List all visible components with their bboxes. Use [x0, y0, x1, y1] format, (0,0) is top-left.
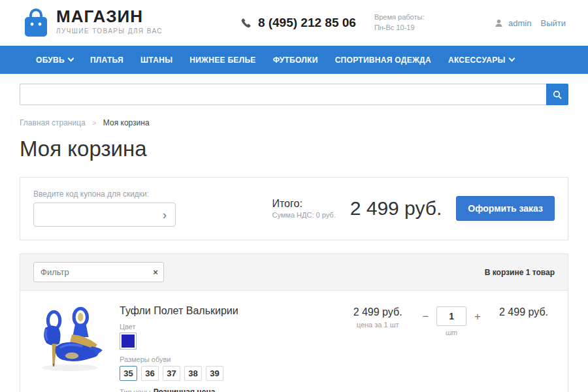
phone-block: 8 (495) 212 85 06	[241, 16, 356, 30]
size-option[interactable]: 38	[184, 366, 202, 381]
sizes-row: 35 36 37 38 39	[120, 366, 345, 381]
search-button[interactable]	[546, 84, 568, 105]
product-image[interactable]	[33, 301, 106, 374]
nav-item-shoes[interactable]: ОБУВЬ	[27, 46, 82, 74]
page-title: Моя корзина	[20, 137, 568, 161]
account-block: admin Выйти	[495, 18, 566, 28]
nav-item-pants[interactable]: ШТАНЫ	[132, 46, 181, 74]
main-nav: ОБУВЬ ПЛАТЬЯ ШТАНЫ НИЖНЕЕ БЕЛЬЕ ФУТБОЛКИ…	[0, 46, 588, 74]
quantity-stepper: − + шт	[422, 306, 481, 336]
sizes-label: Размеры обуви	[120, 355, 345, 363]
shopping-bag-icon	[22, 8, 50, 38]
coupon-totals-panel: Введите код купона для скидки: › Итого: …	[20, 177, 568, 240]
totals-label: Итого:	[272, 198, 335, 210]
nav-item-sportswear[interactable]: СПОРТИВНАЯ ОДЕЖДА	[327, 46, 440, 74]
filter-input[interactable]	[33, 262, 164, 282]
quantity-decrease-button[interactable]: −	[422, 311, 429, 322]
cart-block: × В корзине 1 товар	[20, 253, 568, 392]
product-title[interactable]: Туфли Полет Валькирии	[120, 305, 345, 317]
coupon-submit-button[interactable]: ›	[156, 203, 173, 227]
magnifier-icon	[552, 90, 563, 100]
search-bar	[20, 84, 568, 105]
working-hours: Время работы: Пн-Вс 10-19	[374, 12, 425, 33]
phone-number[interactable]: 8 (495) 212 85 06	[258, 16, 356, 30]
breadcrumb-current: Моя корзина	[103, 118, 150, 127]
quantity-increase-button[interactable]: +	[474, 311, 481, 322]
working-hours-label: Время работы:	[374, 12, 425, 23]
nav-item-dresses[interactable]: ПЛАТЬЯ	[82, 46, 132, 74]
phone-icon	[241, 18, 252, 28]
price-type-label: Тип цены	[120, 388, 151, 392]
unit-price: 2 499 руб.	[345, 306, 410, 318]
unit-price-caption: цена за 1 шт	[345, 321, 410, 329]
size-option[interactable]: 39	[206, 366, 223, 381]
line-total: 2 499 руб.	[493, 306, 555, 318]
quantity-input[interactable]	[436, 306, 466, 326]
vat-text: Сумма НДС: 0 руб.	[272, 211, 335, 219]
filter-bar: × В корзине 1 товар	[20, 254, 568, 291]
site-header: МАГАЗИН ЛУЧШИЕ ТОВАРЫ ДЛЯ ВАС 8 (495) 21…	[0, 0, 588, 46]
totals-amount: 2 499 руб.	[350, 197, 442, 220]
size-option[interactable]: 37	[163, 366, 180, 381]
store-name: МАГАЗИН	[56, 8, 163, 25]
color-swatch-fill	[122, 335, 135, 348]
nav-item-accessories[interactable]: АКСЕССУАРЫ	[440, 46, 523, 74]
checkout-button[interactable]: Оформить заказ	[456, 196, 555, 221]
size-option[interactable]: 36	[141, 366, 159, 381]
filter-clear-button[interactable]: ×	[148, 263, 163, 282]
logout-link[interactable]: Выйти	[541, 18, 566, 28]
store-tagline: ЛУЧШИЕ ТОВАРЫ ДЛЯ ВАС	[56, 27, 163, 35]
breadcrumb: Главная страница > Моя корзина	[20, 118, 568, 127]
search-input[interactable]	[20, 84, 546, 105]
breadcrumb-separator: >	[92, 119, 96, 127]
size-option[interactable]: 35	[120, 366, 137, 381]
quantity-unit-label: шт	[446, 329, 457, 336]
coupon-label: Введите код купона для скидки:	[33, 189, 249, 199]
coupon-input[interactable]	[33, 203, 176, 227]
color-swatch[interactable]	[120, 333, 137, 350]
person-icon	[495, 19, 503, 27]
breadcrumb-home-link[interactable]: Главная страница	[20, 118, 86, 127]
working-hours-value: Пн-Вс 10-19	[374, 23, 425, 33]
cart-item-row: Туфли Полет Валькирии Цвет Размеры обуви…	[20, 291, 568, 392]
chevron-down-icon	[508, 56, 515, 62]
nav-item-tshirts[interactable]: ФУТБОЛКИ	[265, 46, 327, 74]
chevron-down-icon	[67, 56, 74, 62]
store-logo[interactable]: МАГАЗИН ЛУЧШИЕ ТОВАРЫ ДЛЯ ВАС	[22, 8, 163, 38]
user-profile-link[interactable]: admin	[508, 18, 531, 28]
price-type-value: Розничная цена	[154, 387, 216, 392]
color-label: Цвет	[120, 323, 345, 331]
nav-item-underwear[interactable]: НИЖНЕЕ БЕЛЬЕ	[181, 46, 264, 74]
cart-count: В корзине 1 товар	[485, 268, 555, 277]
